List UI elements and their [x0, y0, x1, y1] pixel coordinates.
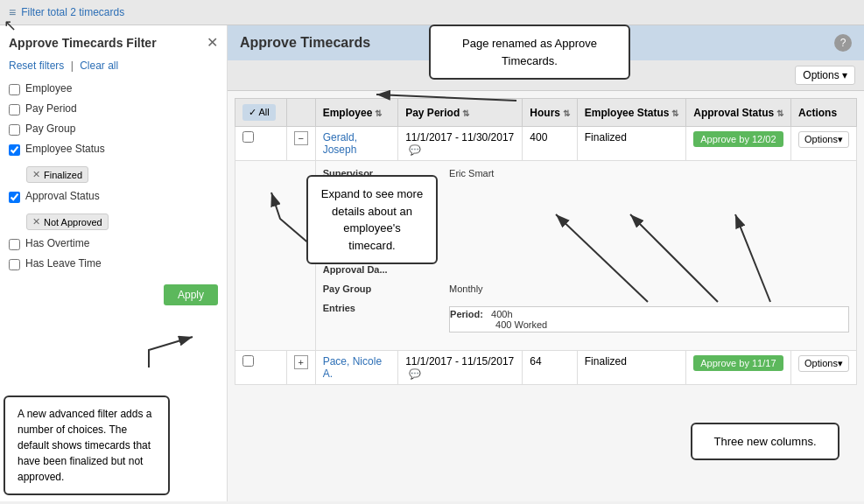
pay-group-checkbox[interactable]: [9, 124, 20, 136]
pay-group-label: Pay Group: [323, 282, 435, 296]
entries-value: Period: 400h 400 Worked: [449, 301, 849, 340]
filter-pay-period: Pay Period: [9, 102, 218, 116]
apply-button[interactable]: Apply: [164, 284, 218, 305]
row2-chat-icon: 💬: [409, 368, 421, 379]
row1-checkbox-cell: [235, 127, 287, 161]
has-overtime-label: Has Overtime: [25, 237, 89, 249]
filter-pay-group: Pay Group: [9, 122, 218, 136]
callout-expand: Expand to see more details about an empl…: [306, 175, 438, 264]
clear-all-link[interactable]: Clear all: [80, 60, 118, 72]
employee-status-tag: ✕ Finalized: [26, 166, 88, 183]
row1-period-cell: 11/1/2017 - 11/30/2017 💬: [398, 127, 523, 161]
row2-options-button[interactable]: Options: [798, 355, 849, 372]
position-value: [449, 186, 849, 200]
has-overtime-checkbox[interactable]: [9, 239, 20, 250]
row2-expand-button[interactable]: +: [294, 355, 308, 369]
row1-expand-button[interactable]: −: [294, 131, 308, 145]
page-title: Approve Timecards: [240, 35, 370, 51]
row2-approval-cell: Approve by 11/17: [686, 351, 791, 385]
expanded-values: Eric Smart Monthly P: [449, 166, 849, 345]
th-actions: Actions: [791, 99, 857, 127]
filter-has-overtime: Has Overtime: [9, 237, 218, 250]
has-leave-time-label: Has Leave Time: [25, 257, 102, 270]
row2-approve-button[interactable]: Approve by 11/17: [693, 355, 783, 371]
row1-status-cell: Finalized: [577, 127, 685, 161]
th-hours[interactable]: Hours: [523, 99, 577, 127]
all-button[interactable]: ✓ All: [242, 104, 276, 121]
employee-label: Employee: [25, 82, 72, 94]
pay-period-checkbox[interactable]: [9, 104, 20, 116]
table-row: − Gerald, Joseph 11/1/2017 - 11/30/2017 …: [235, 127, 857, 161]
row1-hours-cell: 400: [523, 127, 577, 161]
row1-approval-cell: Approve by 12/02: [686, 127, 791, 161]
row2-actions-cell: Options: [791, 351, 857, 385]
th-employee[interactable]: Employee: [315, 99, 398, 127]
row2-checkbox-cell: [235, 351, 287, 385]
top-bar: ≡ Filter total 2 timecards: [0, 0, 864, 25]
cutoff-value: [449, 205, 849, 219]
approval-date-label: Approval Da...: [323, 262, 435, 276]
period-label: Period:: [450, 309, 483, 319]
sidebar-title: Approve Timecards Filter: [9, 36, 157, 50]
remove-status-tag[interactable]: ✕: [32, 169, 40, 180]
supervisor-value: Eric Smart: [449, 166, 849, 180]
row1-checkbox[interactable]: [242, 131, 254, 143]
callout-advanced-filter: A new advanced filter adds a number of c…: [4, 396, 170, 495]
entries-label: Entries: [323, 301, 435, 315]
approval-status-tag: ✕ Not Approved: [26, 214, 109, 230]
row2-status-cell: Finalized: [577, 351, 685, 385]
filter-employee: Employee: [9, 82, 218, 95]
row1-options-button[interactable]: Options: [798, 131, 849, 148]
callout-page-renamed: Page renamed as Approve Timecards.: [429, 24, 630, 80]
row1-actions-cell: Options: [791, 127, 857, 161]
callout-three-columns: Three new columns.: [691, 423, 839, 461]
row2-employee-link[interactable]: Pace, Nicole A.: [323, 355, 382, 380]
approval-date-value: [449, 262, 849, 276]
sidebar-links: Reset filters | Clear all: [9, 60, 218, 72]
finalized-value: [449, 224, 849, 238]
employee-checkbox[interactable]: [9, 84, 20, 95]
options-button[interactable]: Options: [795, 66, 855, 85]
table-header-row: ✓ All Employee Pay Period Hours Employee…: [235, 99, 857, 127]
filter-employee-status: Employee Status ✕ Finalized: [9, 143, 218, 183]
pay-period-label: Pay Period: [25, 102, 77, 115]
cursor-icon: ↖: [4, 16, 17, 35]
sidebar-close-button[interactable]: ✕: [207, 34, 218, 51]
worked-value: 400 Worked: [495, 319, 547, 330]
th-employee-status[interactable]: Employee Status: [577, 99, 685, 127]
help-button[interactable]: ?: [834, 34, 852, 52]
sidebar-header: Approve Timecards Filter ✕: [9, 34, 218, 51]
divider: |: [71, 60, 76, 72]
table-row: + Pace, Nicole A. 11/1/2017 - 11/15/2017…: [235, 351, 857, 385]
th-approval-status[interactable]: Approval Status: [686, 99, 791, 127]
th-expand: [286, 99, 315, 127]
row1-employee-link[interactable]: Gerald, Joseph: [323, 131, 357, 156]
th-pay-period[interactable]: Pay Period: [398, 99, 523, 127]
th-all: ✓ All: [235, 99, 287, 127]
row2-employee-cell: Pace, Nicole A.: [315, 351, 398, 385]
employee-status-label: Employee Status: [25, 143, 105, 155]
period-value: 400h: [491, 309, 512, 319]
row2-expand-cell: +: [286, 351, 315, 385]
pay-group-value: Monthly: [449, 282, 849, 296]
row1-employee-cell: Gerald, Joseph: [315, 127, 398, 161]
row2-hours-cell: 64: [523, 351, 577, 385]
has-leave-time-checkbox[interactable]: [9, 259, 20, 270]
approval-status-label: Approval Status: [25, 190, 100, 202]
row1-approve-button[interactable]: Approve by 12/02: [693, 131, 783, 147]
row1-chat-icon: 💬: [409, 144, 421, 155]
filter-link[interactable]: Filter total 2 timecards: [21, 6, 124, 18]
filter-approval-status: Approval Status ✕ Not Approved: [9, 190, 218, 230]
approved-by-value: [449, 243, 849, 257]
pay-group-label: Pay Group: [25, 122, 75, 135]
approval-status-checkbox[interactable]: [9, 192, 20, 203]
row2-period-cell: 11/1/2017 - 11/15/2017 💬: [398, 351, 523, 385]
row2-checkbox[interactable]: [242, 355, 254, 367]
remove-approval-tag[interactable]: ✕: [32, 216, 40, 228]
employee-status-checkbox[interactable]: [9, 144, 20, 156]
filter-has-leave-time: Has Leave Time: [9, 257, 218, 270]
expanded-spacer: [235, 161, 316, 351]
reset-filters-link[interactable]: Reset filters: [9, 60, 64, 72]
period-box: Period: 400h 400 Worked: [449, 306, 849, 332]
row1-expand-cell: −: [286, 127, 315, 161]
